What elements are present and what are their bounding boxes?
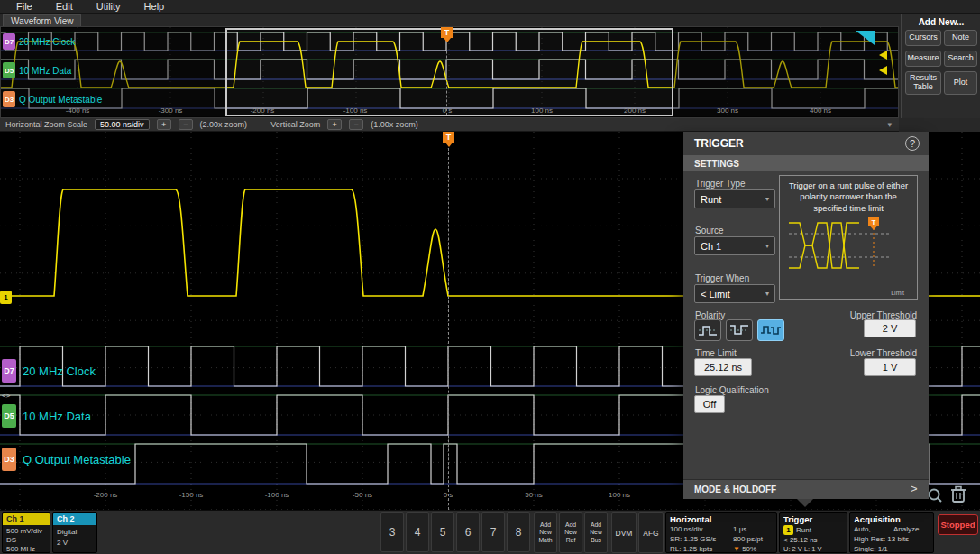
trigger-panel-title: TRIGGER — [694, 137, 744, 150]
v-zoom-factor: (1.00x zoom) — [371, 120, 418, 129]
trash-icon[interactable] — [948, 484, 968, 505]
dvm-button[interactable]: DVM — [611, 512, 637, 553]
h-zoom-scale-value[interactable]: 50.00 ns/div — [95, 119, 150, 130]
add-cursors-button[interactable]: Cursors — [905, 30, 941, 46]
time-label: -200 ns — [94, 491, 118, 499]
overview-d7-label: 20 MHz Clock — [19, 37, 75, 47]
ch7-button[interactable]: 7 — [481, 512, 505, 552]
ch1-bandwidth: 500 MHz — [6, 545, 35, 553]
zoom-scale-bar: Horizontal Zoom Scale 50.00 ns/div + − (… — [0, 118, 899, 132]
overview-d7-badge[interactable]: D7 — [3, 33, 15, 50]
positive-runt-icon — [697, 323, 719, 337]
search-zoom-icon[interactable] — [927, 487, 943, 505]
afg-button[interactable]: AFG — [638, 512, 664, 553]
v-zoom-minus-button[interactable]: − — [349, 119, 363, 130]
ch1-scale: 500 mV/div — [6, 527, 42, 535]
polarity-either-button[interactable] — [757, 319, 784, 341]
main-d3-badge[interactable]: D3 — [2, 448, 16, 471]
logic-qualification-toggle[interactable]: Off — [694, 395, 725, 413]
trigger-status-tile[interactable]: Trigger 1Runt < 25.12 ns U: 2 V L: 1 V — [779, 512, 847, 553]
source-label: Source — [695, 226, 724, 235]
horizontal-window: 1 µs — [733, 525, 746, 533]
ch1-coupling: DS — [6, 536, 16, 544]
ch2-type: Digital — [57, 528, 77, 536]
upper-threshold-marker-icon[interactable] — [879, 51, 887, 60]
menu-bar: File Edit Utility Help — [0, 0, 980, 14]
v-zoom-plus-button[interactable]: + — [327, 119, 342, 130]
ch5-button[interactable]: 5 — [431, 512, 454, 552]
add-results-table-button[interactable]: Results Table — [905, 71, 941, 95]
digital-handle-icon[interactable]: <> — [2, 392, 10, 400]
menu-file[interactable]: File — [16, 1, 32, 12]
mode-holdoff-section-header[interactable]: MODE & HOLDOFF — [683, 479, 929, 499]
ch1-level-marker[interactable]: 1 — [0, 291, 12, 304]
v-zoom-label: Vertical Zoom — [270, 120, 320, 129]
ch1-badge[interactable]: Ch 1 500 mV/div DS 500 MHz — [2, 512, 50, 553]
main-trigger-line — [448, 143, 449, 510]
record-length: RL: 1.25 kpts — [670, 545, 712, 553]
ch4-button[interactable]: 4 — [406, 512, 429, 552]
ch6-button[interactable]: 6 — [456, 512, 480, 552]
waveform-overview[interactable]: T D7 D5 D3 20 MHz Clock 10 MHz Data Q Ou… — [0, 26, 899, 118]
time-label: 400 ns — [810, 106, 831, 115]
lower-threshold-field[interactable]: 1 V — [864, 358, 916, 376]
ch1-name: Ch 1 — [3, 513, 50, 525]
trigger-type-dropdown[interactable]: Runt▾ — [694, 189, 775, 208]
overview-trigger-line — [446, 38, 447, 115]
upper-threshold-field[interactable]: 2 V — [864, 319, 916, 337]
help-icon[interactable]: ? — [905, 136, 920, 151]
time-label: -50 ns — [353, 491, 372, 499]
add-note-button[interactable]: Note — [944, 30, 977, 46]
add-new-ref-button[interactable]: Add New Ref — [559, 512, 582, 553]
h-zoom-plus-button[interactable]: + — [157, 119, 171, 130]
main-trigger-flag-icon[interactable]: T — [443, 132, 454, 143]
acquisition-status-tile[interactable]: Acquisition Auto, Analyze High Res: 13 b… — [849, 512, 934, 553]
acquisition-single: Single: 1/1 — [854, 545, 888, 553]
either-runt-icon — [760, 323, 782, 337]
polarity-positive-button[interactable] — [694, 319, 721, 341]
time-limit-field[interactable]: 25.12 ns — [694, 358, 752, 376]
collapse-chevron-icon[interactable]: ▾ — [887, 120, 892, 129]
trigger-description-text: Trigger on a runt pulse of either polari… — [789, 180, 908, 213]
menu-utility[interactable]: Utility — [96, 1, 121, 12]
run-state-button[interactable]: Stopped — [938, 514, 978, 535]
overview-trigger-flag-icon[interactable]: T — [441, 27, 453, 38]
ch3-button[interactable]: 3 — [380, 512, 404, 552]
add-new-bus-button[interactable]: Add New Bus — [584, 512, 608, 553]
main-d5-badge[interactable]: D5 — [2, 404, 16, 428]
time-label: 100 ns — [609, 491, 630, 499]
overview-d3-label: Q Output Metastable — [19, 95, 102, 105]
lower-threshold-marker-icon[interactable] — [879, 66, 887, 75]
time-label: -100 ns — [343, 106, 368, 115]
time-label: 200 ns — [624, 106, 646, 115]
source-value: Ch 1 — [701, 241, 721, 252]
horizontal-title: Horizontal — [670, 514, 711, 524]
trigger-when-label: Trigger When — [695, 273, 749, 283]
time-label: 0 s — [444, 491, 453, 499]
add-new-math-button[interactable]: Add New Math — [534, 512, 557, 553]
ch8-button[interactable]: 8 — [507, 512, 530, 552]
add-search-button[interactable]: Search — [944, 51, 977, 67]
main-d7-badge[interactable]: D7 — [2, 359, 16, 383]
chevron-down-icon: ▾ — [765, 195, 769, 203]
horizontal-status-tile[interactable]: Horizontal 100 ns/div 1 µs SR: 1.25 GS/s… — [665, 512, 777, 553]
main-d7-label: 20 MHz Clock — [23, 365, 96, 378]
overview-d5-badge[interactable]: D5 — [3, 62, 15, 78]
polarity-negative-button[interactable] — [726, 319, 753, 341]
logic-qualification-label: Logic Qualification — [695, 385, 769, 395]
menu-help[interactable]: Help — [144, 1, 165, 12]
trigger-when-value: < Limit — [701, 289, 730, 300]
position-marker-icon: ▼ — [733, 545, 740, 553]
h-zoom-scale-label: Horizontal Zoom Scale — [5, 120, 87, 129]
menu-edit[interactable]: Edit — [56, 1, 73, 12]
expand-chevron-icon[interactable]: > — [911, 482, 918, 495]
h-zoom-minus-button[interactable]: − — [179, 119, 193, 130]
source-dropdown[interactable]: Ch 1▾ — [694, 236, 775, 255]
add-measure-button[interactable]: Measure — [905, 51, 941, 67]
overview-d3-badge[interactable]: D3 — [3, 91, 15, 107]
trigger-when-dropdown[interactable]: < Limit▾ — [694, 284, 775, 303]
ch2-badge[interactable]: Ch 2 Digital 2 V — [52, 512, 97, 553]
trigger-limit: < 25.12 ns — [783, 536, 818, 544]
add-plot-button[interactable]: Plot — [944, 71, 977, 95]
tab-waveform-view[interactable]: Waveform View — [3, 14, 81, 26]
